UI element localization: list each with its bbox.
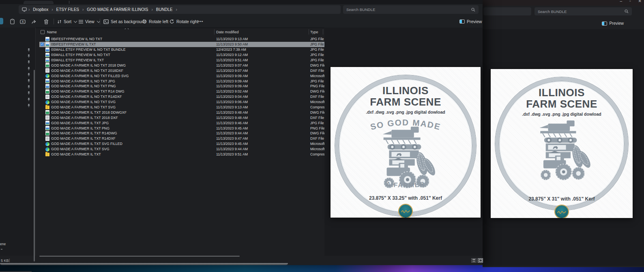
search-input[interactable]: Search BUNDLE: [343, 5, 479, 14]
paste-icon[interactable]: [9, 18, 15, 25]
file-row[interactable]: GOD MADE A FARMER IL NO TXT JPG11/13/202…: [39, 78, 324, 84]
column-header-date-modified[interactable]: Date modified: [216, 30, 239, 34]
file-row[interactable]: GOD MADE A FARMER IL NO TXT 2018 DWG11/1…: [39, 63, 324, 68]
thumbnail-view-button[interactable]: [478, 258, 483, 263]
more-options-button[interactable]: •••: [198, 15, 203, 28]
row-checkbox[interactable]: [41, 58, 44, 62]
background-address-bar[interactable]: [483, 7, 531, 15]
breadcrumb-item[interactable]: BUNDLE: [155, 7, 174, 12]
row-checkbox[interactable]: [41, 116, 44, 119]
column-divider[interactable]: [214, 29, 215, 35]
breadcrumb[interactable]: › Dropbox›ETSY FILES›GOD MADE A FARMER I…: [19, 5, 341, 14]
file-row[interactable]: GOD MADE A FARMER IL TXT R14DWG11/13/202…: [39, 131, 324, 136]
row-checkbox[interactable]: [41, 69, 44, 72]
navigation-pane[interactable]: ene: [0, 28, 36, 256]
view-button[interactable]: View: [79, 15, 100, 28]
minimize-button[interactable]: –: [620, 0, 623, 3]
background-preview-toggle[interactable]: Preview: [602, 21, 624, 26]
breadcrumb-item[interactable]: ETSY FILES: [55, 7, 81, 12]
file-date-modified: 11/13/2023 9:12 AM: [216, 53, 248, 57]
row-checkbox[interactable]: [41, 84, 44, 88]
delete-icon[interactable]: [43, 18, 49, 25]
rotate-right-button[interactable]: Rotate right: [170, 15, 198, 28]
maximize-button[interactable]: ▫: [629, 0, 631, 3]
column-header-type[interactable]: Type: [310, 30, 318, 34]
file-type: DWG File: [310, 110, 324, 114]
file-row[interactable]: GOD MADE A FARMER IL TXT SVG FILLED11/13…: [39, 141, 324, 147]
file-date-modified: 11/13/2023 9:47 AM: [216, 136, 248, 140]
file-type: JPG File: [310, 58, 324, 62]
share-icon[interactable]: [31, 18, 37, 25]
list-header: Name Date modified Type: [39, 28, 324, 35]
sidebar-item-label[interactable]: ene: [0, 242, 6, 246]
row-checkbox[interactable]: [41, 106, 44, 109]
preview-toggle[interactable]: Preview: [459, 15, 482, 28]
pin-icon: [27, 97, 31, 101]
file-row[interactable]: GOD MADE A FARMER IL NO TXT PNG11/13/202…: [39, 84, 324, 89]
file-row[interactable]: GOD MADE A FARMER IL NO TXT R14 DWG11/13…: [39, 89, 324, 94]
breadcrumb-item[interactable]: GOD MADE A FARMER ILLINOIS: [85, 7, 150, 12]
file-row[interactable]: 0SMALL ETSY PREVIEW IL NO TXT11/13/2023 …: [39, 52, 324, 58]
file-row[interactable]: 0BIFESTYPREVIEW IL NO TXT11/13/2023 9:13…: [39, 37, 324, 42]
set-as-background-button[interactable]: Set as background: [103, 15, 146, 28]
close-button[interactable]: ✕: [638, 0, 642, 3]
explorer-tab[interactable]: [24, 1, 54, 4]
rotate-left-button[interactable]: Rotate left: [142, 15, 168, 28]
row-checkbox[interactable]: [41, 100, 44, 104]
column-divider[interactable]: [323, 29, 323, 35]
row-checkbox[interactable]: [41, 64, 44, 67]
row-checkbox[interactable]: [41, 142, 44, 145]
file-date-modified: 11/13/2023 9:09 AM: [216, 74, 248, 78]
row-checkbox[interactable]: [41, 53, 44, 56]
rename-icon[interactable]: A: [19, 18, 26, 25]
row-checkbox[interactable]: [41, 111, 44, 114]
row-checkbox[interactable]: [41, 90, 44, 93]
row-checkbox-checked[interactable]: ✓: [41, 43, 44, 46]
horizontal-scrollbar[interactable]: [39, 256, 240, 257]
rotate-right-label: Rotate right: [176, 19, 198, 24]
file-date-modified: 11/13/2023 9:02 AM: [216, 89, 248, 93]
background-search-input[interactable]: Search BUNDLE: [535, 7, 632, 15]
file-row[interactable]: GOD MADE A FARMER IL TXT 2018 DXF11/13/2…: [39, 115, 324, 120]
row-checkbox[interactable]: [41, 80, 44, 83]
file-row[interactable]: 0SMALL ETSY PREVIEW IL NO TXT BUNDLE12/4…: [39, 47, 324, 52]
sort-label: Sort: [64, 19, 71, 24]
file-row[interactable]: GOD MADE A FARMER IL TXT JPG11/13/2023 9…: [39, 120, 324, 125]
select-all-checkbox[interactable]: [41, 30, 45, 34]
file-row[interactable]: GOD MADE A FARMER IL NO TXT SVG11/13/202…: [39, 99, 324, 105]
file-name: GOD MADE A FARMER IL TXT SVG FILLED: [51, 142, 122, 146]
row-checkbox[interactable]: [41, 74, 44, 78]
row-checkbox[interactable]: [41, 132, 44, 135]
image-file-icon: [45, 53, 49, 57]
file-row[interactable]: ✓0BIFESTYPREVIEW IL TXT11/13/2023 9:50 A…: [39, 42, 324, 47]
file-row[interactable]: GOD MADE A FARMER IL TXT SVG11/13/2023 9…: [39, 147, 324, 152]
image-icon: [103, 19, 109, 24]
column-header-name[interactable]: Name: [47, 30, 57, 34]
file-row[interactable]: GOD MADE A FARMER IL NO TXT 2018DXF11/13…: [39, 68, 324, 73]
row-checkbox[interactable]: [41, 121, 44, 125]
file-row[interactable]: GOD MADE A FARMER IL TXT11/13/2023 9:51 …: [39, 152, 324, 157]
row-checkbox[interactable]: [41, 153, 44, 156]
row-checkbox[interactable]: [41, 147, 44, 151]
file-row[interactable]: GOD MADE A FARMER IL TXT PNG11/13/2023 9…: [39, 125, 324, 131]
row-checkbox[interactable]: [41, 37, 44, 41]
dwg-file-icon: [45, 110, 49, 114]
sort-button[interactable]: Sort: [57, 15, 77, 28]
row-checkbox[interactable]: [41, 127, 44, 130]
file-row[interactable]: GOD MADE A FARMER IL TXT 2018 DDWGXF11/1…: [39, 110, 324, 115]
column-divider[interactable]: [309, 29, 309, 35]
file-row[interactable]: GOD MADE A FARMER IL NO TXT R14DXF11/13/…: [39, 94, 324, 99]
preview-image-no-txt: ILLINOISFARM SCENE.dxf .dwg .svg .png .j…: [491, 69, 633, 218]
row-checkbox[interactable]: [41, 48, 44, 51]
cut-icon[interactable]: [0, 18, 3, 24]
file-row[interactable]: GOD MADE A FARMER IL TXT R14DXF11/13/202…: [39, 136, 324, 141]
file-row[interactable]: 0SMALL ETSY PREVIEW IL TXT11/13/2023 9:5…: [39, 58, 324, 63]
file-row[interactable]: GOD MADE A FARMER IL NO TXT SVG11/13/202…: [39, 105, 324, 110]
sidebar-scrollbar[interactable]: [34, 70, 35, 261]
row-checkbox[interactable]: [41, 137, 44, 140]
dxf-file-icon: [45, 115, 49, 120]
breadcrumb-item[interactable]: Dropbox: [31, 7, 50, 12]
file-row[interactable]: GOD MADE A FARMER IL NO TXT FILLED SVG11…: [39, 73, 324, 78]
details-view-button[interactable]: [471, 258, 477, 263]
row-checkbox[interactable]: [41, 95, 44, 98]
